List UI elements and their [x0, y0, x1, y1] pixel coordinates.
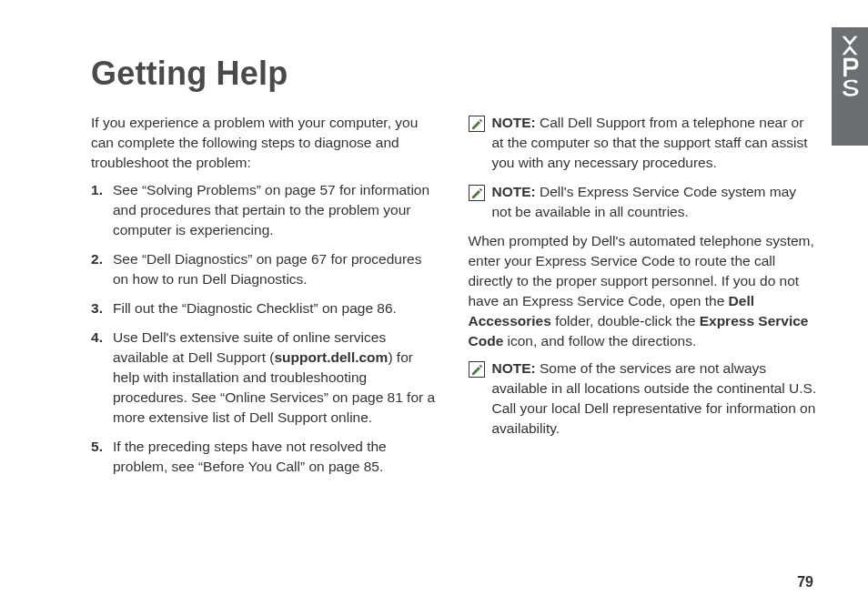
brand-side-tab — [832, 27, 868, 146]
step-item: Use Dell's extensive suite of online ser… — [91, 328, 441, 428]
note-block: NOTE: Call Dell Support from a telephone… — [469, 113, 819, 173]
para-text: icon, and follow the directions. — [503, 333, 696, 348]
body-paragraph: When prompted by Dell's automated teleph… — [469, 231, 819, 351]
pencil-note-icon — [469, 361, 485, 378]
steps-list: See “Solving Problems” on page 57 for in… — [91, 180, 441, 477]
step-item: See “Dell Diagnostics” on page 67 for pr… — [91, 249, 441, 289]
left-column: If you experience a problem with your co… — [91, 113, 441, 486]
page-number: 79 — [797, 574, 813, 591]
note-text: Call Dell Support from a telephone near … — [492, 115, 808, 170]
step-item: If the preceding steps have not resolved… — [91, 437, 441, 477]
note-text: Dell's Express Service Code system may n… — [492, 184, 797, 219]
note-label: NOTE: — [492, 184, 536, 199]
para-text: When prompted by Dell's automated teleph… — [469, 233, 814, 308]
note-block: NOTE: Some of the services are not alway… — [469, 358, 819, 439]
xps-logo-icon — [839, 35, 861, 97]
pencil-note-icon — [469, 116, 485, 132]
support-url: support.dell.com — [275, 349, 389, 365]
page-title: Getting Help — [91, 55, 818, 93]
note-text: Some of the services are not always avai… — [492, 360, 817, 436]
content-columns: If you experience a problem with your co… — [91, 113, 818, 486]
document-page: Getting Help If you experience a problem… — [0, 0, 868, 616]
para-text: folder, double-click the — [551, 313, 700, 328]
note-block: NOTE: Dell's Express Service Code system… — [469, 182, 819, 222]
intro-paragraph: If you experience a problem with your co… — [91, 113, 441, 173]
pencil-note-icon — [469, 185, 485, 201]
right-column: NOTE: Call Dell Support from a telephone… — [469, 113, 819, 486]
step-item: Fill out the “Diagnostic Checklist” on p… — [91, 298, 441, 318]
note-body: NOTE: Some of the services are not alway… — [492, 358, 819, 439]
step-item: See “Solving Problems” on page 57 for in… — [91, 180, 441, 240]
note-label: NOTE: — [492, 115, 536, 130]
note-body: NOTE: Call Dell Support from a telephone… — [492, 113, 819, 173]
note-label: NOTE: — [492, 360, 536, 376]
note-body: NOTE: Dell's Express Service Code system… — [492, 182, 819, 222]
